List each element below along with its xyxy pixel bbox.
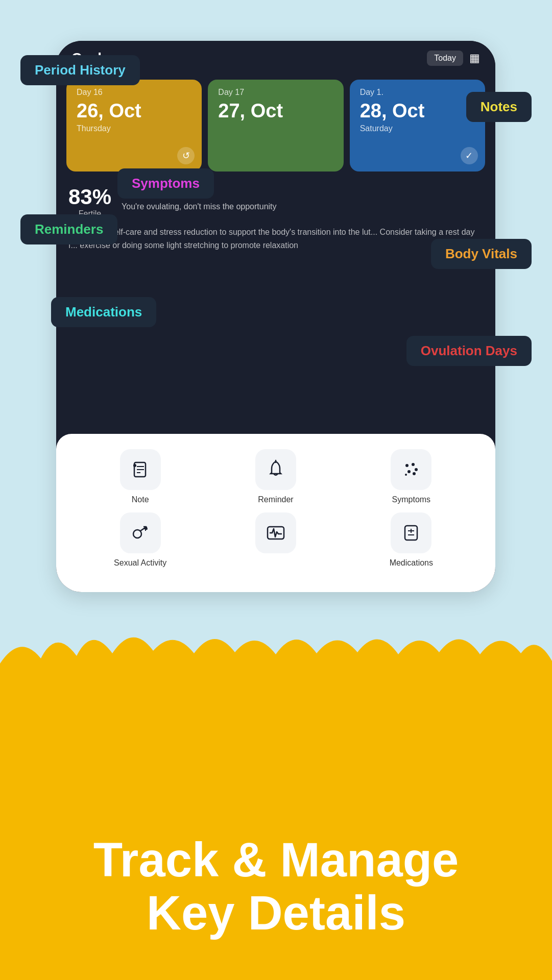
cloud-svg: [0, 623, 552, 684]
reminder-icon-box: [255, 449, 296, 490]
ovulation-desc: You're ovulating, don't miss the opportu…: [122, 201, 483, 212]
icon-symptoms[interactable]: Symptoms: [348, 449, 475, 504]
badge-body-vitals: Body Vitals: [431, 239, 532, 269]
cal-date-3: 28, Oct: [360, 100, 475, 122]
fertile-percentage: 83%: [68, 185, 111, 209]
body-text-section: s, prioritize self-care and stress reduc…: [56, 218, 495, 259]
fertile-circle: 83% Fertile: [68, 185, 111, 218]
bottom-icon-grid: Note Reminder: [56, 434, 495, 573]
note-icon-box: [120, 449, 161, 490]
cal-day-label-1: Day 16: [77, 88, 191, 97]
badge-period-history: Period History: [20, 55, 140, 85]
tagline: Track & Manage Key Details: [0, 834, 552, 939]
cal-check-1: ↺: [177, 147, 195, 164]
svg-point-12: [133, 530, 141, 538]
icon-sexual-activity[interactable]: Sexual Activity: [77, 512, 204, 568]
calendar-row: Day 16 26, Oct Thursday ↺ Day 17 27, Oct…: [56, 71, 495, 180]
svg-point-8: [415, 468, 418, 471]
cal-card-day18[interactable]: Day 1. 28, Oct Saturday ✓: [350, 80, 485, 172]
medications-icon-box: [391, 512, 431, 553]
medications-label: Medications: [390, 558, 433, 568]
cal-date-2: 27, Oct: [218, 100, 333, 122]
svg-point-7: [412, 463, 415, 466]
icon-note[interactable]: Note: [77, 449, 204, 504]
cal-card-day16[interactable]: Day 16 26, Oct Thursday ↺: [66, 80, 202, 172]
cal-weekday-1: Thursday: [77, 124, 191, 133]
bottom-white-section: Note Reminder: [56, 434, 495, 592]
medications-icon: [402, 524, 420, 542]
svg-point-11: [405, 474, 407, 476]
sexual-activity-icon: [130, 524, 151, 542]
vitals-icon-box: [255, 512, 296, 553]
badge-ovulation-days: Ovulation Days: [406, 336, 532, 366]
svg-point-6: [405, 464, 409, 467]
sexual-activity-icon-box: [120, 512, 161, 553]
note-icon: [131, 460, 150, 479]
symptoms-icon-box: [391, 449, 431, 490]
symptoms-icon: [402, 460, 420, 479]
cal-weekday-3: Saturday: [360, 124, 475, 133]
calendar-icon[interactable]: ▦: [469, 52, 480, 65]
tagline-line1: Track & Manage: [20, 834, 532, 886]
icon-vitals[interactable]: [212, 512, 339, 568]
cloud-divider: [0, 623, 552, 684]
cal-date-1: 26, Oct: [77, 100, 191, 122]
top-bar-right: Today ▦: [427, 51, 480, 66]
today-button[interactable]: Today: [427, 51, 463, 66]
badge-medications: Medications: [51, 297, 156, 327]
note-label: Note: [132, 495, 149, 504]
tagline-line2: Key Details: [20, 887, 532, 939]
cal-check-3: ✓: [461, 147, 478, 164]
svg-point-4: [133, 464, 136, 467]
cal-day-label-3: Day 1.: [360, 88, 475, 97]
badge-reminders: Reminders: [20, 214, 117, 244]
icon-medications[interactable]: Medications: [348, 512, 475, 568]
bell-icon: [267, 459, 285, 480]
svg-point-10: [413, 472, 416, 475]
reminder-label: Reminder: [258, 495, 293, 504]
symptoms-label: Symptoms: [392, 495, 431, 504]
badge-symptoms: Symptoms: [117, 168, 214, 199]
svg-point-9: [407, 470, 411, 473]
sexual-activity-label: Sexual Activity: [114, 558, 166, 568]
badge-notes: Notes: [466, 92, 532, 122]
cal-day-label-2: Day 17: [218, 88, 333, 97]
vitals-icon: [266, 524, 286, 542]
icon-reminder[interactable]: Reminder: [212, 449, 339, 504]
cal-card-day17[interactable]: Day 17 27, Oct: [208, 80, 343, 172]
